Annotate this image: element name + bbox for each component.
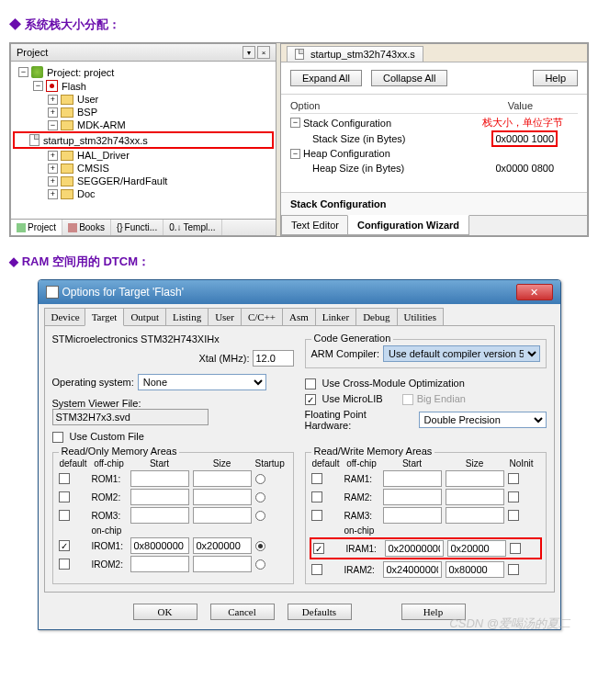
ram1-start[interactable] [383, 470, 442, 487]
panel-close-icon[interactable]: × [257, 46, 270, 59]
tree-target[interactable]: − Flash [15, 79, 272, 93]
tree-group[interactable]: + User [15, 93, 272, 106]
ram3-default[interactable] [311, 510, 322, 521]
tab-text-editor[interactable]: Text Editor [281, 216, 349, 235]
irom2-startup[interactable] [255, 559, 265, 570]
rom3-startup[interactable] [255, 511, 265, 521]
cancel-button[interactable]: Cancel [210, 604, 275, 620]
stack-size-value[interactable]: 0x0000 1000 [491, 130, 558, 147]
iram1-default[interactable]: ✓ [313, 543, 324, 554]
expand-all-button[interactable]: Expand All [290, 70, 362, 86]
rom2-size[interactable] [193, 489, 252, 505]
rom1-start[interactable] [130, 470, 189, 487]
ram3-start[interactable] [383, 507, 442, 524]
collapse-icon[interactable]: − [48, 120, 58, 130]
stack-size-row[interactable]: Stack Size (in Bytes) 0x0000 1000 [290, 131, 578, 146]
rom2-start[interactable] [130, 489, 189, 505]
iram2-noinit[interactable] [508, 564, 519, 575]
tab-templates[interactable]: 0.↓ Templ... [164, 220, 221, 235]
irom1-default[interactable]: ✓ [59, 540, 70, 551]
ram1-size[interactable] [446, 470, 504, 487]
fp-select[interactable]: Double Precision [419, 412, 547, 428]
rom1-startup[interactable] [255, 474, 265, 484]
panel-dropdown-icon[interactable]: ▾ [243, 46, 255, 59]
rom2-startup[interactable] [255, 492, 265, 502]
tree-group-mdkarm[interactable]: − MDK-ARM [15, 119, 272, 131]
ram1-noinit[interactable] [508, 473, 519, 484]
collapse-icon[interactable]: − [33, 81, 43, 91]
tab-utilities[interactable]: Utilities [397, 308, 444, 325]
rom1-size[interactable] [193, 470, 252, 487]
tree-group[interactable]: + HAL_Driver [15, 149, 272, 162]
iram2-start[interactable] [383, 561, 442, 578]
iram1-size[interactable] [447, 540, 506, 557]
irom1-start[interactable] [130, 537, 189, 554]
ram2-noinit[interactable] [508, 491, 519, 502]
help-button[interactable]: Help [533, 70, 578, 86]
tree-group[interactable]: + SEGGER/HardFault [15, 175, 272, 187]
iram1-noinit[interactable] [510, 543, 521, 554]
defaults-button[interactable]: Defaults [288, 604, 352, 620]
rom3-default[interactable] [59, 510, 70, 521]
rom2-default[interactable] [59, 491, 70, 502]
tree-root[interactable]: − Project: project [15, 65, 272, 79]
collapse-all-button[interactable]: Collapse All [371, 70, 447, 86]
file-tab[interactable]: startup_stm32h743xx.s [287, 46, 423, 62]
rom1-default[interactable] [59, 473, 70, 484]
ram2-start[interactable] [383, 489, 442, 505]
irom1-size[interactable] [193, 537, 252, 554]
microlib-checkbox[interactable]: ✓ [305, 394, 316, 405]
iram2-size[interactable] [446, 561, 504, 578]
tab-listing[interactable]: Listing [165, 308, 209, 325]
collapse-icon[interactable]: − [290, 118, 300, 128]
tab-debug[interactable]: Debug [355, 308, 397, 325]
ram2-default[interactable] [311, 491, 322, 502]
irom1-startup[interactable] [255, 541, 265, 551]
tree-file-startup[interactable]: startup_stm32h743xx.s [13, 131, 274, 149]
tab-device[interactable]: Device [44, 308, 87, 325]
iram1-start[interactable] [385, 540, 444, 557]
tab-books[interactable]: Books [62, 220, 111, 235]
ram3-size[interactable] [446, 507, 504, 524]
cross-module-checkbox[interactable] [305, 378, 316, 390]
tab-functions[interactable]: {} Functi... [111, 220, 164, 235]
heap-config-row[interactable]: − Heap Configuration [290, 146, 578, 161]
tab-target[interactable]: Target [85, 308, 125, 326]
tab-linker[interactable]: Linker [315, 308, 356, 325]
heap-size-value[interactable]: 0x0000 0800 [471, 163, 578, 174]
collapse-icon[interactable]: − [18, 67, 28, 77]
expand-icon[interactable]: + [48, 164, 58, 174]
rom3-start[interactable] [130, 507, 189, 524]
irom2-size[interactable] [193, 556, 252, 572]
expand-icon[interactable]: + [48, 151, 58, 161]
tab-project[interactable]: Project [11, 220, 62, 235]
dialog-help-button[interactable]: Help [401, 604, 466, 620]
ram2-size[interactable] [446, 489, 504, 505]
tree-group[interactable]: + BSP [15, 106, 272, 119]
close-button[interactable]: ✕ [516, 284, 553, 300]
irom2-default[interactable] [59, 559, 70, 570]
irom2-start[interactable] [130, 556, 189, 572]
rom3-size[interactable] [193, 507, 252, 524]
tab-user[interactable]: User [208, 308, 242, 325]
arm-compiler-select[interactable]: Use default compiler version 5 [383, 345, 539, 362]
expand-icon[interactable]: + [48, 107, 58, 118]
expand-icon[interactable]: + [48, 189, 58, 199]
expand-icon[interactable]: + [48, 95, 58, 105]
custom-file-checkbox[interactable] [52, 432, 63, 443]
tab-output[interactable]: Output [123, 308, 166, 325]
xtal-input[interactable] [253, 350, 294, 367]
ok-button[interactable]: OK [133, 604, 197, 620]
iram2-default[interactable] [311, 564, 322, 575]
tab-asm[interactable]: Asm [282, 308, 316, 325]
collapse-icon[interactable]: − [290, 149, 300, 159]
ram3-noinit[interactable] [508, 510, 519, 521]
tab-cpp[interactable]: C/C++ [241, 308, 283, 325]
tree-group[interactable]: + Doc [15, 187, 272, 200]
heap-size-row[interactable]: Heap Size (in Bytes) 0x0000 0800 [290, 161, 578, 175]
tree-group[interactable]: + CMSIS [15, 162, 272, 175]
expand-icon[interactable]: + [48, 176, 58, 186]
ram1-default[interactable] [311, 473, 322, 484]
stack-config-row[interactable]: − Stack Configuration 栈大小，单位字节 [290, 114, 578, 131]
tab-config-wizard[interactable]: Configuration Wizard [347, 215, 469, 235]
